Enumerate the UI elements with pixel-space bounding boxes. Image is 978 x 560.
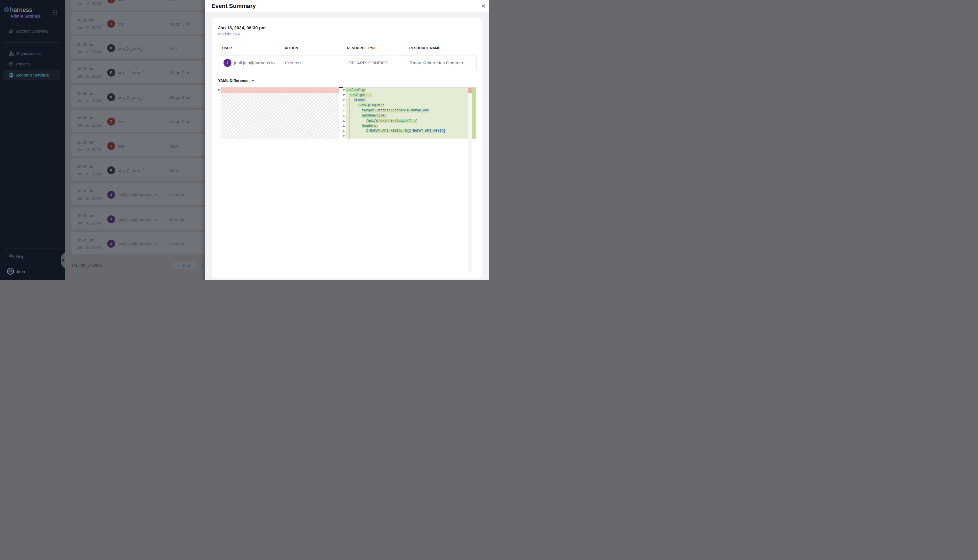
svg-text:?: ?	[11, 255, 12, 257]
